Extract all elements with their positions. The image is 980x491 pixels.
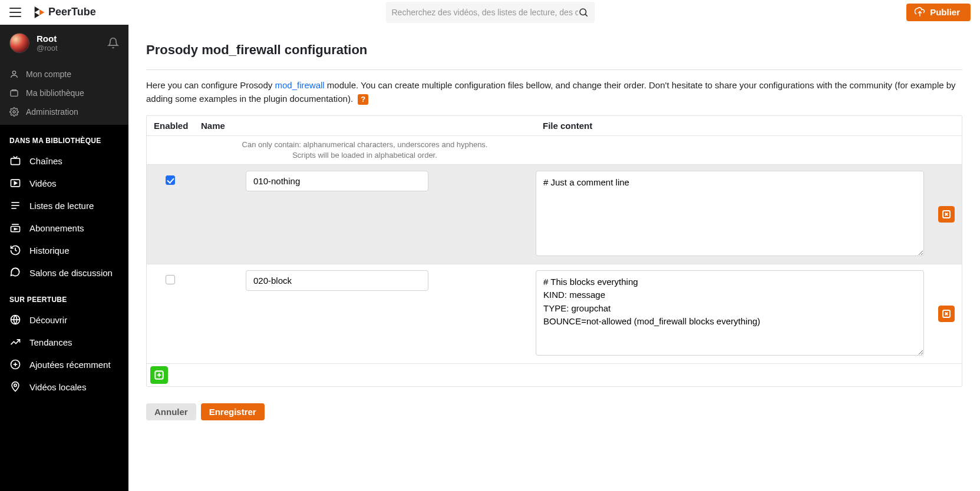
logo[interactable]: PeerTube [34, 6, 96, 18]
mod-firewall-link[interactable]: mod_firewall [275, 80, 324, 90]
svg-marker-11 [14, 182, 17, 185]
main-content: Prosody mod_firewall configuration Here … [128, 25, 980, 491]
divider [146, 69, 962, 70]
avatar [9, 33, 29, 53]
sidebar-item-label: Administration [26, 107, 78, 117]
sidebar-item-playlists[interactable]: Listes de lecture [0, 194, 128, 217]
help-icon[interactable]: ? [358, 94, 368, 105]
topbar: PeerTube Publier [0, 0, 980, 25]
col-header-enabled: Enabled [147, 116, 194, 135]
search-input[interactable] [392, 8, 578, 17]
add-row-button[interactable] [150, 366, 168, 384]
sidebar-item-history[interactable]: Historique [0, 239, 128, 261]
plus-circle-icon [9, 359, 21, 370]
sidebar-item-label: Mon compte [26, 69, 71, 79]
form-actions: Annuler Enregistrer [146, 403, 962, 420]
sidebar-item-account[interactable]: Mon compte [0, 65, 128, 84]
add-row [147, 364, 962, 386]
content-textarea[interactable] [536, 270, 924, 356]
sidebar-item-library[interactable]: Ma bibliothèque [0, 84, 128, 102]
library-icon [9, 88, 19, 98]
hamburger-icon[interactable] [9, 6, 21, 18]
svg-marker-2 [39, 9, 44, 15]
enabled-checkbox[interactable] [166, 175, 175, 185]
user-text: Root @root [37, 34, 100, 52]
playlist-icon [9, 200, 21, 211]
sidebar-item-label: Tendances [29, 337, 72, 347]
svg-rect-7 [11, 91, 18, 96]
sidebar-item-recent[interactable]: Ajoutées récemment [0, 353, 128, 376]
search-icon[interactable] [578, 7, 589, 18]
col-header-content: File content [536, 116, 931, 135]
plus-icon [153, 369, 165, 381]
bell-icon[interactable] [107, 37, 119, 49]
user-block[interactable]: Root @root [0, 25, 128, 61]
sidebar-item-channels[interactable]: Chaînes [0, 150, 128, 172]
publish-button[interactable]: Publier [906, 4, 971, 21]
intro-text: Here you can configure Prosody mod_firew… [146, 78, 962, 106]
history-icon [9, 244, 21, 256]
user-handle: @root [37, 44, 100, 52]
close-icon [941, 209, 952, 220]
svg-marker-17 [14, 228, 17, 230]
brand-name: PeerTube [48, 6, 96, 18]
sidebar-item-admin[interactable]: Administration [0, 102, 128, 121]
trending-icon [9, 336, 21, 348]
subscriptions-icon [9, 222, 21, 234]
table-row [147, 165, 962, 264]
sidebar-item-label: Vidéos locales [29, 382, 86, 392]
save-button[interactable]: Enregistrer [201, 403, 265, 420]
sidebar-item-label: Listes de lecture [29, 201, 94, 211]
sidebar-item-label: Abonnements [29, 223, 84, 233]
svg-marker-0 [35, 6, 39, 12]
intro-before: Here you can configure Prosody [146, 80, 275, 90]
table-header: Enabled Name File content [147, 116, 962, 136]
svg-marker-1 [35, 12, 39, 18]
sidebar-item-label: Chaînes [29, 156, 62, 166]
svg-rect-9 [11, 158, 20, 165]
sidebar-item-label: Découvrir [29, 315, 67, 325]
col-header-name: Name [194, 116, 536, 135]
upload-icon [915, 7, 925, 18]
publish-label: Publier [930, 7, 960, 17]
name-input[interactable] [246, 171, 428, 191]
svg-point-8 [13, 111, 15, 113]
sidebar-section-title: SUR PEERTUBE [0, 284, 128, 308]
sidebar-item-label: Ajoutées récemment [29, 360, 111, 370]
enabled-checkbox[interactable] [166, 275, 175, 284]
sidebar-item-chatrooms[interactable]: Salons de discussion [0, 261, 128, 284]
svg-point-23 [14, 384, 17, 386]
gear-icon [9, 107, 19, 117]
video-icon [9, 177, 21, 189]
delete-row-button[interactable] [938, 306, 955, 322]
sidebar-item-label: Vidéos [29, 178, 57, 188]
sidebar-item-subscriptions[interactable]: Abonnements [0, 217, 128, 239]
hint-row: Can only contain: alphanumerical charact… [147, 136, 962, 165]
hint-text: Can only contain: alphanumerical charact… [194, 136, 536, 164]
sidebar-item-discover[interactable]: Découvrir [0, 308, 128, 331]
search-box [386, 2, 595, 23]
account-menu: Mon compte Ma bibliothèque Administratio… [0, 61, 128, 125]
name-input[interactable] [246, 270, 428, 291]
page-title: Prosody mod_firewall configuration [146, 42, 962, 58]
logo-icon [34, 6, 45, 18]
user-icon [9, 69, 19, 79]
chat-icon [9, 267, 21, 278]
sidebar-item-local[interactable]: Vidéos locales [0, 376, 128, 398]
content-textarea[interactable] [536, 171, 924, 256]
delete-row-button[interactable] [938, 206, 955, 223]
cancel-button[interactable]: Annuler [146, 403, 196, 420]
sidebar-item-trending[interactable]: Tendances [0, 331, 128, 353]
user-name: Root [37, 34, 100, 44]
svg-line-4 [585, 14, 587, 16]
svg-point-3 [580, 9, 586, 15]
sidebar: Root @root Mon compte Ma bibliothèque Ad… [0, 25, 128, 491]
sidebar-item-videos[interactable]: Vidéos [0, 172, 128, 194]
sidebar-item-label: Historique [29, 246, 70, 256]
svg-point-6 [12, 71, 15, 74]
sidebar-item-label: Salons de discussion [29, 268, 113, 278]
channels-icon [9, 155, 21, 167]
close-icon [941, 308, 952, 319]
table-row [147, 264, 962, 364]
config-table: Enabled Name File content Can only conta… [146, 115, 962, 387]
